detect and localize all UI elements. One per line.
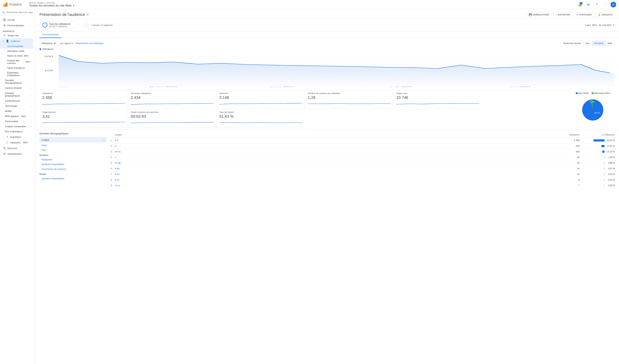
insights-button[interactable]: 💡 INSIGHTS xyxy=(595,12,615,17)
metric-duree-session: Durée moyenne des sessions 00:02:43 xyxy=(128,109,216,128)
sidebar-sub-technologie[interactable]: Technologie › xyxy=(0,103,34,109)
lang-row-name[interactable]: c xyxy=(115,156,565,159)
sidebar-sub-types-audience[interactable]: Types d'audience xyxy=(0,66,34,70)
chart-section: Utilisateurs ▼ par rapport à Sélectionne… xyxy=(35,38,619,90)
metrics-pie-section: Utilisateurs 2 458 Nouveaux utilisateurs… xyxy=(35,90,619,129)
lang-row-name[interactable]: en-us xyxy=(115,150,565,153)
add-segment-label: + Ajouter un segment xyxy=(91,24,113,27)
sidebar-sub-comportement[interactable]: Comportement › xyxy=(0,98,34,103)
beta-badge-multi: BÊTA xyxy=(21,115,27,117)
add-segment-button[interactable]: + + Ajouter un segment xyxy=(81,21,120,29)
sidebar-item-administration[interactable]: ⚙ Administration xyxy=(0,151,34,157)
lang-row-name[interactable]: fr-be xyxy=(115,167,565,170)
sidebar-sub-explorateur[interactable]: Explorateur d'utilisateurs xyxy=(0,70,34,78)
sidebar-label-geo: Données géographiques xyxy=(5,92,29,97)
share-button[interactable]: ↗ PARTAGER xyxy=(574,12,594,17)
segment-bar: Tous les utilisateurs 100,00 % Utilisate… xyxy=(35,19,619,31)
chevron-demo-icon: › xyxy=(30,81,31,83)
sidebar-sub-cohortes[interactable]: Analyse des cohortes BÊTA xyxy=(0,58,34,66)
lang-row-name[interactable]: ru-ru xyxy=(115,184,565,187)
lang-row-users: 7 xyxy=(565,184,579,187)
sidebar-label-administration: Administration xyxy=(7,153,22,155)
sidebar-sub-personnalise[interactable]: Personnalisé › xyxy=(0,119,34,124)
search-input[interactable] xyxy=(6,11,33,14)
time-btn-semaine[interactable]: Semaine xyxy=(592,41,605,45)
lang-row-name[interactable]: fr xyxy=(115,145,565,147)
sidebar-sub-donnees-demo[interactable]: Données démographiques › xyxy=(0,78,34,85)
notifications-button[interactable]: 🔔 3 xyxy=(577,1,583,8)
sidebar-sub-utilisateurs-actifs[interactable]: Utilisateurs actifs xyxy=(0,49,34,53)
more-options-button[interactable]: ⋮ xyxy=(602,1,608,8)
sparkline-pv xyxy=(396,101,479,107)
lang-row-pct-text: 0,28 % xyxy=(606,184,615,187)
time-btn-toutes[interactable]: Toutes les heures xyxy=(561,41,583,45)
select-stat-link[interactable]: Sélectionner une statistique xyxy=(75,42,104,44)
time-btn-mois[interactable]: Mois xyxy=(605,41,615,45)
lang-bar xyxy=(602,151,605,153)
apps-button[interactable]: ⊞ xyxy=(585,1,591,8)
lang-row-name[interactable]: fr-ca xyxy=(115,173,565,175)
export-button[interactable]: ↓ EXPORTER xyxy=(553,12,573,17)
page-header-left: Présentation de l'audience ✔ xyxy=(40,12,89,17)
sidebar-sub-valeur-client[interactable]: Valeur du client BÊTA xyxy=(0,53,34,58)
sidebar-sub-donnees-geo[interactable]: Données géographiques › xyxy=(0,91,34,98)
lang-row-pct-text: 1,38 % xyxy=(606,156,615,159)
date-range-arrow-icon: ▼ xyxy=(613,24,615,26)
lang-table-row: 8. fr-ch 8 | 0,32 % xyxy=(111,177,615,183)
sidebar-sub-vue-densemble[interactable]: Vue d'ensemble xyxy=(0,44,34,49)
date-range-picker[interactable]: 1 janv. 2021 - 31 mai 2021 ▼ xyxy=(585,24,615,27)
lang-row-name[interactable]: fr-fr xyxy=(115,139,565,142)
sidebar-item-accueil[interactable]: 🏠 Accueil xyxy=(0,17,34,23)
expand-arrow-icon: ▾ xyxy=(3,40,4,42)
demo-link-navigateur[interactable]: Navigateur xyxy=(40,157,106,162)
lang-row-name[interactable]: en-gb xyxy=(115,162,565,164)
svg-text:100: 100 xyxy=(44,70,53,71)
avatar-button[interactable]: W xyxy=(611,2,616,7)
lang-bar xyxy=(593,139,605,141)
sidebar-item-audience[interactable]: ▾ 👤 Audience xyxy=(0,38,34,44)
lang-row-name[interactable]: fr-ch xyxy=(115,179,565,181)
sparkline-nouveaux xyxy=(131,101,213,107)
sidebar-item-temps-reel[interactable]: ⏱ Temps réel › xyxy=(0,33,34,38)
sidebar-sub-centres-interet[interactable]: Centres d'intérêt › xyxy=(0,85,34,91)
metric-nouveaux-value: 2 434 xyxy=(131,95,213,100)
demo-link-systeme-exploitation[interactable]: Système d'exploitation xyxy=(40,162,106,167)
demographics-section: Données démographiques Langue › Pays Vil… xyxy=(40,132,106,188)
svg-text:200: 200 xyxy=(44,55,53,57)
sidebar-item-decouvrir[interactable]: 🔍 Découvrir xyxy=(0,145,34,151)
sidebar-sub-mobile[interactable]: Mobile › xyxy=(0,109,34,114)
help-button[interactable]: ? xyxy=(594,1,600,8)
lang-table-row: 1. fr-fr 1 558 63,23 % xyxy=(111,138,615,143)
lang-row-pct-text: 63,23 % xyxy=(606,139,615,142)
legend-new-label: New Visitor xyxy=(578,92,589,94)
sidebar-item-attribution[interactable]: › ⬡ Attribution BÊTA xyxy=(0,140,34,145)
segment-all-users[interactable]: Tous les utilisateurs 100,00 % Utilisate… xyxy=(40,21,78,29)
property-title-row[interactable]: Toutes les données du site Web ▼ xyxy=(29,4,75,7)
demo-link-ville[interactable]: Ville xyxy=(40,148,106,152)
save-button[interactable]: 💾 ENREGISTRER xyxy=(527,12,552,17)
lang-row-pct-cell: | 0,57 % xyxy=(579,167,615,170)
sidebar-item-personnalisation[interactable]: ⊞ Personnalisation › xyxy=(0,23,34,28)
sidebar-item-acquisition[interactable]: › ↗ Acquisition xyxy=(0,134,34,140)
demo-link-fournisseur[interactable]: Fournisseur de services xyxy=(40,167,106,171)
lang-table-row: 7. fr-ca 13 | 0,53 % xyxy=(111,171,615,177)
segment-sub: 100,00 % Utilisateurs xyxy=(49,25,71,28)
demo-link-mobile-systeme[interactable]: Système d'exploitation xyxy=(40,176,106,181)
sidebar-sub-analyse-comparative[interactable]: Analyse comparative › xyxy=(0,124,34,129)
property-dropdown-arrow[interactable]: ▼ xyxy=(72,4,75,7)
demo-category-langue[interactable]: Langue › xyxy=(40,137,106,142)
property-selector[interactable]: Tous les comptes > vente-site Toutes les… xyxy=(26,2,75,7)
time-btn-jour[interactable]: Jour xyxy=(583,41,592,45)
chart-metric-label: Utilisateurs xyxy=(42,42,53,44)
sidebar-label-multi: Multi-appareil xyxy=(5,115,19,117)
chart-metric-dropdown[interactable]: Utilisateurs ▼ xyxy=(40,41,58,46)
demo-link-pays[interactable]: Pays xyxy=(40,143,106,148)
beta-badge-attribution: BÊTA xyxy=(23,141,28,144)
metric-tr-label: Taux de rebond xyxy=(219,111,302,113)
tab-vue-densemble[interactable]: Vue d'ensemble xyxy=(40,31,61,38)
sparkline-ps xyxy=(42,120,125,126)
sidebar-sub-flux[interactable]: Flux d'utilisateurs xyxy=(0,129,34,134)
notification-badge: 3 xyxy=(580,2,583,5)
sidebar-sub-multi-appareil[interactable]: Multi-appareil BÊTA › xyxy=(0,114,34,119)
time-btn-mois-label: Mois xyxy=(608,42,612,44)
